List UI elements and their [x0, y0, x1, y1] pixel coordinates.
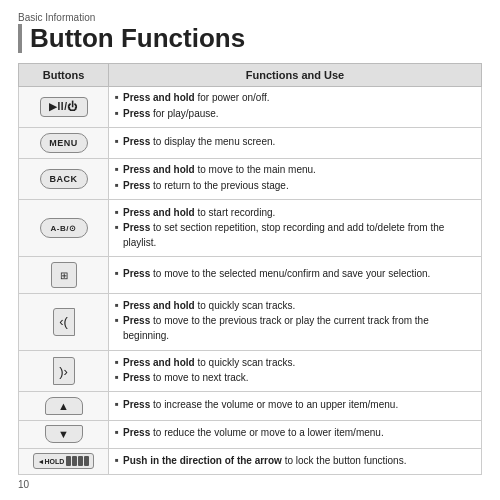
function-cell: Press to increase the volume or move to …: [109, 392, 482, 420]
col-functions: Functions and Use: [109, 63, 482, 86]
button-cell: ▶II/⏻: [19, 86, 109, 128]
function-bold: Press and hold: [123, 357, 195, 368]
hold-label: ◄HOLD: [38, 458, 65, 465]
function-cell: Press and hold to start recording.Press …: [109, 200, 482, 257]
button-cell: ◄HOLD: [19, 448, 109, 474]
function-cell: Press to display the menu screen.: [109, 128, 482, 158]
function-rest: to move to next track.: [150, 372, 248, 383]
function-list: Press to reduce the volume or move to a …: [115, 426, 475, 441]
functions-table: Buttons Functions and Use ▶II/⏻Press and…: [18, 63, 482, 475]
table-row: MENUPress to display the menu screen.: [19, 128, 482, 158]
button-cell: ⊞: [19, 257, 109, 294]
table-row: ▲Press to increase the volume or move to…: [19, 392, 482, 420]
function-item: Press and hold for power on/off.: [115, 91, 475, 106]
hold-seg: [78, 456, 83, 466]
function-rest: to reduce the volume or move to a lower …: [150, 427, 383, 438]
back-button-icon: BACK: [40, 169, 88, 189]
function-rest: to move to the main menu.: [195, 164, 316, 175]
function-list: Press and hold to move to the main menu.…: [115, 163, 475, 193]
function-list: Push in the direction of the arrow to lo…: [115, 454, 475, 469]
function-bold: Press and hold: [123, 207, 195, 218]
function-list: Press and hold to quickly scan tracks.Pr…: [115, 356, 475, 386]
page-number: 10: [18, 479, 482, 490]
jog-right-icon: )›: [53, 357, 75, 385]
table-row: ‹(Press and hold to quickly scan tracks.…: [19, 293, 482, 350]
function-list: Press and hold for power on/off.Press fo…: [115, 91, 475, 121]
function-bold: Press: [123, 399, 150, 410]
function-bold: Push in the direction of the arrow: [123, 455, 282, 466]
function-item: Press to move to the selected menu/confi…: [115, 267, 475, 282]
hold-bar: [66, 456, 89, 466]
page-header: Basic Information Button Functions: [18, 12, 482, 53]
table-row: ◄HOLD Push in the direction of the arrow…: [19, 448, 482, 474]
function-item: Press and hold to start recording.: [115, 206, 475, 221]
hold-seg: [84, 456, 89, 466]
function-rest: to set section repetition, stop recordin…: [123, 222, 444, 248]
ab-button-icon: A-B/⊙: [40, 218, 88, 238]
function-list: Press to display the menu screen.: [115, 135, 475, 150]
table-row: ▶II/⏻Press and hold for power on/off.Pre…: [19, 86, 482, 128]
function-list: Press and hold to start recording.Press …: [115, 206, 475, 251]
function-item: Press to display the menu screen.: [115, 135, 475, 150]
function-cell: Press and hold to move to the main menu.…: [109, 158, 482, 200]
table-row: ▼Press to reduce the volume or move to a…: [19, 420, 482, 448]
function-item: Press and hold to move to the main menu.: [115, 163, 475, 178]
function-bold: Press: [123, 372, 150, 383]
function-item: Press to move to next track.: [115, 371, 475, 386]
table-row: A-B/⊙Press and hold to start recording.P…: [19, 200, 482, 257]
power-button-icon: ▶II/⏻: [40, 97, 88, 117]
function-cell: Push in the direction of the arrow to lo…: [109, 448, 482, 474]
button-cell: BACK: [19, 158, 109, 200]
function-bold: Press: [123, 180, 150, 191]
function-rest: to move to the previous track or play th…: [123, 315, 429, 341]
table-row: ⊞Press to move to the selected menu/conf…: [19, 257, 482, 294]
page-title: Button Functions: [18, 24, 482, 53]
function-cell: Press and hold for power on/off.Press fo…: [109, 86, 482, 128]
function-rest: to start recording.: [195, 207, 276, 218]
function-bold: Press: [123, 427, 150, 438]
function-cell: Press to move to the selected menu/confi…: [109, 257, 482, 294]
table-row: )›Press and hold to quickly scan tracks.…: [19, 350, 482, 392]
button-cell: ▼: [19, 420, 109, 448]
function-rest: for play/pause.: [150, 108, 218, 119]
header-subtitle: Basic Information: [18, 12, 482, 23]
function-list: Press to increase the volume or move to …: [115, 398, 475, 413]
function-cell: Press and hold to quickly scan tracks.Pr…: [109, 350, 482, 392]
col-buttons: Buttons: [19, 63, 109, 86]
function-rest: to increase the volume or move to an upp…: [150, 399, 398, 410]
function-bold: Press: [123, 315, 150, 326]
button-cell: MENU: [19, 128, 109, 158]
function-item: Press to reduce the volume or move to a …: [115, 426, 475, 441]
function-rest: to quickly scan tracks.: [195, 357, 296, 368]
button-cell: ‹(: [19, 293, 109, 350]
function-bold: Press: [123, 108, 150, 119]
table-row: BACKPress and hold to move to the main m…: [19, 158, 482, 200]
function-rest: for power on/off.: [195, 92, 270, 103]
function-bold: Press and hold: [123, 92, 195, 103]
center-button-icon: ⊞: [51, 262, 77, 288]
function-item: Press to increase the volume or move to …: [115, 398, 475, 413]
function-item: Press to set section repetition, stop re…: [115, 221, 475, 250]
function-list: Press to move to the selected menu/confi…: [115, 267, 475, 282]
function-item: Press to return to the previous stage.: [115, 179, 475, 194]
function-item: Press to move to the previous track or p…: [115, 314, 475, 343]
function-list: Press and hold to quickly scan tracks.Pr…: [115, 299, 475, 344]
function-item: Press for play/pause.: [115, 107, 475, 122]
function-rest: to lock the button functions.: [282, 455, 407, 466]
vol-up-icon: ▲: [45, 397, 83, 415]
page: Basic Information Button Functions Butto…: [0, 0, 500, 500]
function-rest: to move to the selected menu/confirm and…: [150, 268, 430, 279]
function-cell: Press and hold to quickly scan tracks.Pr…: [109, 293, 482, 350]
menu-button-icon: MENU: [40, 133, 88, 153]
button-cell: )›: [19, 350, 109, 392]
function-bold: Press and hold: [123, 300, 195, 311]
function-rest: to display the menu screen.: [150, 136, 275, 147]
button-cell: ▲: [19, 392, 109, 420]
function-rest: to return to the previous stage.: [150, 180, 288, 191]
function-rest: to quickly scan tracks.: [195, 300, 296, 311]
function-bold: Press and hold: [123, 164, 195, 175]
hold-seg: [72, 456, 77, 466]
function-bold: Press: [123, 136, 150, 147]
function-item: Press and hold to quickly scan tracks.: [115, 299, 475, 314]
button-cell: A-B/⊙: [19, 200, 109, 257]
